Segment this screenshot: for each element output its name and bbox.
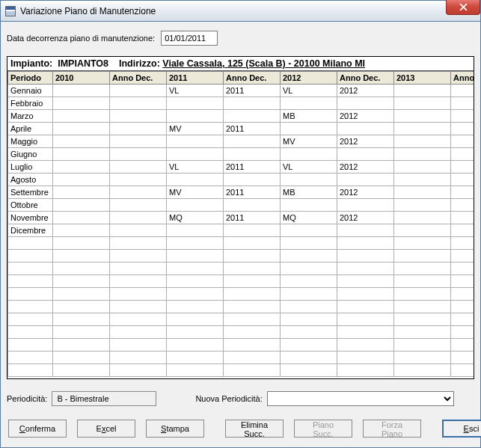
cell[interactable] bbox=[110, 199, 167, 212]
cell[interactable]: VL bbox=[167, 161, 224, 174]
cell[interactable] bbox=[53, 224, 110, 237]
col-header[interactable]: 2012 bbox=[281, 72, 337, 85]
cell[interactable] bbox=[451, 352, 474, 364]
cell[interactable] bbox=[451, 199, 474, 212]
cell[interactable] bbox=[394, 123, 451, 135]
cell[interactable] bbox=[224, 364, 281, 377]
cell[interactable] bbox=[281, 339, 337, 352]
cell[interactable] bbox=[167, 263, 224, 275]
cell[interactable] bbox=[224, 326, 281, 339]
cell[interactable]: 2012 bbox=[337, 135, 394, 148]
cell[interactable] bbox=[451, 364, 474, 377]
cell[interactable] bbox=[281, 123, 337, 135]
cell[interactable]: 2011 bbox=[224, 186, 281, 199]
cell[interactable] bbox=[394, 212, 451, 224]
cell[interactable] bbox=[110, 301, 167, 313]
cell[interactable] bbox=[394, 313, 451, 326]
table-row[interactable]: Giugno bbox=[8, 148, 474, 161]
cell[interactable] bbox=[281, 313, 337, 326]
cell[interactable] bbox=[167, 148, 224, 161]
cell[interactable]: MV bbox=[281, 135, 337, 148]
cell[interactable] bbox=[110, 237, 167, 250]
cell[interactable] bbox=[167, 275, 224, 288]
cell[interactable] bbox=[394, 364, 451, 377]
cell[interactable] bbox=[281, 352, 337, 364]
cell[interactable] bbox=[110, 313, 167, 326]
cell[interactable] bbox=[8, 237, 53, 250]
cell[interactable] bbox=[281, 237, 337, 250]
cell[interactable] bbox=[394, 148, 451, 161]
cell[interactable] bbox=[167, 339, 224, 352]
cell[interactable] bbox=[451, 85, 474, 97]
cell[interactable] bbox=[53, 250, 110, 263]
table-row[interactable] bbox=[8, 288, 474, 301]
cell[interactable] bbox=[224, 263, 281, 275]
cell[interactable] bbox=[224, 339, 281, 352]
cell[interactable] bbox=[167, 135, 224, 148]
cell[interactable] bbox=[53, 352, 110, 364]
cell[interactable] bbox=[394, 85, 451, 97]
cell[interactable] bbox=[110, 135, 167, 148]
cell[interactable]: 2012 bbox=[337, 186, 394, 199]
cell[interactable] bbox=[53, 364, 110, 377]
cell[interactable] bbox=[394, 326, 451, 339]
cell[interactable]: VL bbox=[281, 161, 337, 174]
cell[interactable] bbox=[53, 275, 110, 288]
col-header[interactable]: 2013 bbox=[394, 72, 451, 85]
col-header[interactable]: Periodo bbox=[8, 72, 53, 85]
cell[interactable] bbox=[281, 288, 337, 301]
cell[interactable] bbox=[110, 212, 167, 224]
cell[interactable] bbox=[53, 288, 110, 301]
forza-piano-button[interactable]: Forza Piano bbox=[363, 420, 421, 438]
cell[interactable] bbox=[451, 135, 474, 148]
maintenance-grid[interactable]: Periodo2010Anno Dec.2011Anno Dec.2012Ann… bbox=[7, 71, 474, 377]
table-row[interactable] bbox=[8, 263, 474, 275]
cell[interactable] bbox=[167, 97, 224, 110]
table-row[interactable]: Dicembre bbox=[8, 224, 474, 237]
cell[interactable]: VL bbox=[167, 85, 224, 97]
cell[interactable] bbox=[53, 199, 110, 212]
cell[interactable]: MV bbox=[167, 123, 224, 135]
cell[interactable] bbox=[8, 275, 53, 288]
cell[interactable] bbox=[337, 275, 394, 288]
cell[interactable] bbox=[167, 313, 224, 326]
cell[interactable] bbox=[337, 237, 394, 250]
cell[interactable] bbox=[281, 148, 337, 161]
cell[interactable] bbox=[451, 123, 474, 135]
cell[interactable] bbox=[167, 301, 224, 313]
table-row[interactable]: Febbraio bbox=[8, 97, 474, 110]
cell[interactable]: 2011 bbox=[224, 123, 281, 135]
cell[interactable] bbox=[337, 224, 394, 237]
cell[interactable]: Gennaio bbox=[8, 85, 53, 97]
table-row[interactable] bbox=[8, 352, 474, 364]
cell[interactable] bbox=[394, 224, 451, 237]
cell[interactable]: Dicembre bbox=[8, 224, 53, 237]
cell[interactable] bbox=[8, 288, 53, 301]
cell[interactable] bbox=[224, 110, 281, 123]
cell[interactable] bbox=[394, 135, 451, 148]
cell[interactable] bbox=[337, 364, 394, 377]
cell[interactable] bbox=[337, 288, 394, 301]
table-row[interactable]: LuglioVL2011VL2012 bbox=[8, 161, 474, 174]
cell[interactable] bbox=[451, 288, 474, 301]
cell[interactable] bbox=[224, 148, 281, 161]
cell[interactable] bbox=[337, 148, 394, 161]
cell[interactable] bbox=[394, 199, 451, 212]
cell[interactable] bbox=[451, 212, 474, 224]
cell[interactable] bbox=[110, 364, 167, 377]
cell[interactable]: MQ bbox=[167, 212, 224, 224]
cell[interactable] bbox=[451, 186, 474, 199]
cell[interactable] bbox=[224, 237, 281, 250]
cell[interactable] bbox=[337, 174, 394, 186]
table-row[interactable] bbox=[8, 364, 474, 377]
cell[interactable] bbox=[53, 174, 110, 186]
cell[interactable] bbox=[281, 364, 337, 377]
cell[interactable] bbox=[110, 224, 167, 237]
cell[interactable] bbox=[8, 313, 53, 326]
table-row[interactable] bbox=[8, 313, 474, 326]
cell[interactable] bbox=[224, 313, 281, 326]
table-row[interactable] bbox=[8, 326, 474, 339]
cell[interactable] bbox=[53, 110, 110, 123]
cell[interactable]: Settembre bbox=[8, 186, 53, 199]
cell[interactable] bbox=[281, 326, 337, 339]
